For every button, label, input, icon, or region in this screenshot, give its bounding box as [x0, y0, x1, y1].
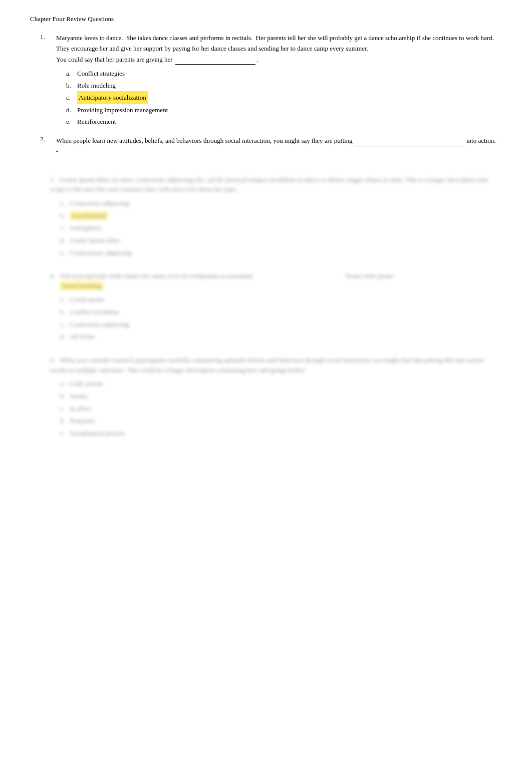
header-title: Chapter Four Review Questions: [30, 15, 114, 23]
blurred-answer-5e: e. Socialization process: [60, 427, 502, 440]
highlighted-answer-1c: Anticipatory socialization: [77, 91, 148, 104]
blurred-q4-text: 4. Sed ut perspiciatis unde omnis iste n…: [50, 271, 502, 291]
answer-1d-text: Providing impression management: [77, 104, 168, 116]
blurred-answer-4b: b. Conflict resolution: [60, 306, 502, 319]
blurred-answer-3c: c. Anticipatory: [60, 222, 502, 234]
blurred-question-5: 5. When you consider research participan…: [50, 355, 502, 439]
blank-2: [355, 135, 465, 146]
blurred-answer-4c: c. Consectetur adipiscing: [60, 319, 502, 331]
question-2-text: When people learn new attitudes, beliefs…: [56, 135, 502, 157]
blurred-answer-3a: a. Consectetur adipiscing: [60, 197, 502, 210]
blurred-question-3: 3. Lorem ipsum dolor sit amet, consectet…: [50, 175, 502, 259]
question-2: 2. When people learn new attitudes, beli…: [40, 135, 502, 160]
answer-list-1: a. Conflict strategies b. Role modeling …: [56, 68, 502, 127]
question-1: 1. Maryanne loves to dance. She takes da…: [40, 33, 502, 127]
question-2-content: When people learn new attitudes, beliefs…: [56, 135, 502, 160]
answer-1b: b. Role modeling: [66, 80, 502, 91]
answer-1c: c. Anticipatory socialization: [66, 91, 502, 104]
answer-1d: d. Providing impression management: [66, 104, 502, 116]
blurred-q5-text: 5. When you consider research participan…: [50, 355, 502, 375]
question-1-number: 1.: [40, 33, 52, 127]
page-header: Chapter Four Review Questions: [30, 15, 502, 23]
blurred-question-4: 4. Sed ut perspiciatis unde omnis iste n…: [50, 271, 502, 343]
blurred-answer-5a: a. Code system: [60, 378, 502, 390]
blurred-section: 3. Lorem ipsum dolor sit amet, consectet…: [30, 175, 502, 440]
blurred-answer-3e: e. Consectetuer adipiscing: [60, 247, 502, 259]
answer-1e: e. Reinforcement: [66, 116, 502, 127]
blurred-answer-5c: c. In effect: [60, 403, 502, 415]
blurred-answer-list-4: a. Lorem ipsum b. Conflict resolution c.…: [50, 294, 502, 343]
blurred-answer-5d: d. Response: [60, 415, 502, 427]
question-1-content: Maryanne loves to dance. She takes dance…: [56, 33, 502, 127]
blurred-answer-3b: b. Socialization: [60, 210, 502, 222]
answer-1a: a. Conflict strategies: [66, 68, 502, 79]
blurred-answer-5b: b. Norms: [60, 390, 502, 403]
questions-container: 1. Maryanne loves to dance. She takes da…: [30, 33, 502, 160]
blurred-answer-4a: a. Lorem ipsum: [60, 294, 502, 306]
blurred-highlighted-4: Social learning: [60, 282, 103, 290]
blurred-q3-text: 3. Lorem ipsum dolor sit amet, consectet…: [50, 175, 502, 194]
question-2-number: 2.: [40, 135, 52, 160]
blurred-answer-4d: d. All forms: [60, 331, 502, 343]
blurred-answer-3d: d. Lorem ipsum dolor: [60, 234, 502, 247]
blurred-highlighted-3b: Socialization: [70, 211, 108, 220]
blank-1: [175, 54, 255, 65]
blurred-answer-list-3: a. Consectetur adipiscing b. Socializati…: [50, 197, 502, 259]
question-1-text: Maryanne loves to dance. She takes dance…: [56, 33, 502, 65]
blurred-answer-list-5: a. Code system b. Norms c. In effect d. …: [50, 378, 502, 439]
